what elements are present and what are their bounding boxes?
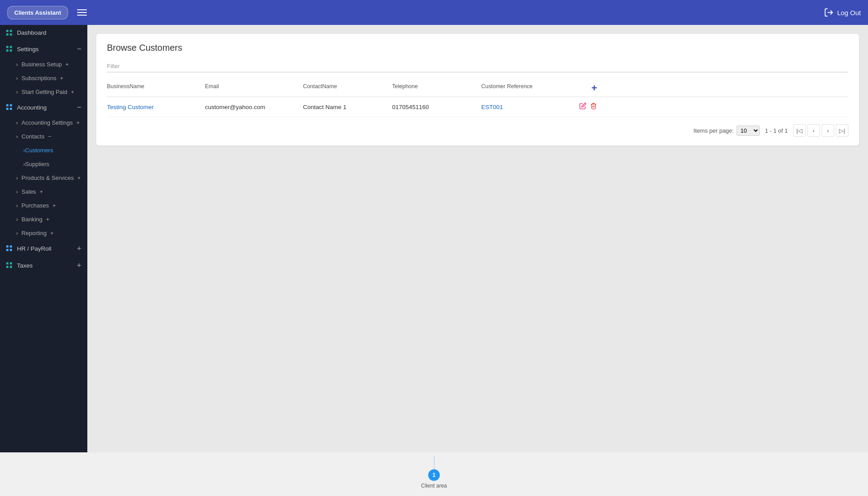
col-header-customer-reference: Customer Reference <box>481 83 570 93</box>
cell-customer-reference[interactable]: EST001 <box>481 104 570 110</box>
sidebar-item-settings[interactable]: Settings − <box>0 41 87 57</box>
sidebar-item-start-getting-paid[interactable]: › Start Getting Paid + <box>0 85 87 99</box>
settings-icon <box>6 46 12 52</box>
sidebar-item-dashboard[interactable]: Dashboard <box>0 25 87 41</box>
settings-label: Settings <box>17 46 39 53</box>
chevron-right-icon: › <box>16 230 18 236</box>
purchases-plus-btn[interactable]: + <box>53 202 56 209</box>
products-services-label: Products & Services <box>21 175 74 181</box>
accounting-settings-label: Accounting Settings <box>21 119 73 126</box>
hr-payroll-plus-btn[interactable]: + <box>77 244 81 252</box>
reporting-plus-btn[interactable]: + <box>50 230 54 236</box>
col-header-email: Email <box>205 83 303 93</box>
suppliers-label: Suppliers <box>25 161 49 167</box>
accounting-settings-plus-btn[interactable]: + <box>76 119 80 126</box>
start-getting-paid-label: Start Getting Paid <box>21 89 67 95</box>
hamburger-line-1 <box>77 9 87 10</box>
chevron-right-icon: › <box>16 216 18 223</box>
sidebar-item-purchases[interactable]: › Purchases + <box>0 199 87 212</box>
cell-telephone: 01705451160 <box>392 104 481 110</box>
edit-customer-button[interactable] <box>579 102 586 111</box>
last-page-button[interactable]: ▷| <box>836 124 848 137</box>
chevron-right-icon: › <box>16 133 18 140</box>
settings-collapse-btn[interactable]: − <box>77 45 81 53</box>
sidebar-item-banking[interactable]: › Banking + <box>0 212 87 226</box>
sidebar-item-reporting[interactable]: › Reporting + <box>0 226 87 240</box>
accounting-label: Accounting <box>17 104 47 111</box>
dashboard-icon <box>6 30 12 36</box>
col-header-telephone: Telephone <box>392 83 481 93</box>
taxes-plus-btn[interactable]: + <box>77 261 81 269</box>
hr-icon <box>6 245 12 252</box>
banking-plus-btn[interactable]: + <box>46 216 49 223</box>
pagination-row: Items per page: 10 25 50 100 1 - 1 of 1 … <box>107 124 848 137</box>
content-area: Browse Customers Filter BusinessName Ema… <box>87 25 868 452</box>
browse-customers-card: Browse Customers Filter BusinessName Ema… <box>96 34 859 146</box>
accounting-icon <box>6 104 12 110</box>
sidebar-item-accounting-settings[interactable]: › Accounting Settings + <box>0 116 87 130</box>
delete-icon <box>590 102 597 110</box>
hamburger-line-2 <box>77 12 87 13</box>
hr-payroll-label: HR / PayRoll <box>17 245 51 252</box>
filter-row: Filter <box>107 62 848 73</box>
page-info: 1 - 1 of 1 <box>765 127 788 134</box>
sidebar-item-accounting[interactable]: Accounting − <box>0 99 87 116</box>
cell-contact-name: Contact Name 1 <box>303 104 392 110</box>
sidebar-item-sales[interactable]: › Sales + <box>0 185 87 199</box>
filter-label: Filter <box>107 63 120 69</box>
contacts-label: Contacts <box>21 133 44 140</box>
chevron-right-icon: › <box>16 89 18 95</box>
taxes-icon <box>6 262 12 268</box>
chevron-right-icon: › <box>16 175 18 181</box>
sidebar-item-customers[interactable]: › Customers <box>0 143 87 157</box>
page-nav: |◁ ‹ › ▷| <box>793 124 848 137</box>
business-setup-label: Business Setup <box>21 61 61 68</box>
sidebar-item-business-setup[interactable]: › Business Setup + <box>0 57 87 71</box>
customers-table: BusinessName Email ContactName Telephone… <box>107 80 848 117</box>
prev-page-button[interactable]: ‹ <box>807 124 820 137</box>
logo-badge: Clients Assistant <box>7 6 68 20</box>
bottom-area: 1 Client area <box>0 452 868 496</box>
banking-label: Banking <box>21 216 42 223</box>
accounting-collapse-btn[interactable]: − <box>77 103 81 111</box>
top-nav-left: Clients Assistant <box>7 6 89 20</box>
business-setup-plus-btn[interactable]: + <box>66 61 69 68</box>
next-page-button[interactable]: › <box>822 124 834 137</box>
sidebar-item-taxes[interactable]: Taxes + <box>0 257 87 274</box>
tooltip-text: Client area <box>421 483 447 489</box>
logout-icon <box>824 8 834 17</box>
products-services-plus-btn[interactable]: + <box>77 175 81 181</box>
contacts-collapse-btn[interactable]: − <box>48 133 52 140</box>
chevron-right-icon: › <box>16 75 18 81</box>
page-title: Browse Customers <box>107 43 848 53</box>
start-getting-paid-plus-btn[interactable]: + <box>71 89 74 95</box>
hamburger-button[interactable] <box>75 8 89 17</box>
tooltip-badge: 1 <box>428 469 440 481</box>
cell-actions <box>570 102 597 111</box>
add-customer-button[interactable]: + <box>591 83 597 93</box>
sidebar: Dashboard Settings − › Business Setup + … <box>0 25 87 452</box>
sidebar-item-contacts[interactable]: › Contacts − <box>0 130 87 143</box>
table-header-action: + <box>570 83 597 93</box>
first-page-button[interactable]: |◁ <box>793 124 806 137</box>
items-per-page-select[interactable]: 10 25 50 100 <box>737 126 760 136</box>
hamburger-line-3 <box>77 15 87 16</box>
col-header-contact-name: ContactName <box>303 83 392 93</box>
subscriptions-plus-btn[interactable]: + <box>60 75 63 81</box>
taxes-label: Taxes <box>17 262 33 269</box>
top-nav: Clients Assistant Log Out <box>0 0 868 25</box>
dashboard-label: Dashboard <box>17 29 46 36</box>
customers-label: Customers <box>25 147 53 154</box>
col-header-business-name: BusinessName <box>107 83 205 93</box>
sales-plus-btn[interactable]: + <box>40 188 43 195</box>
sidebar-item-subscriptions[interactable]: › Subscriptions + <box>0 71 87 85</box>
chevron-right-icon: › <box>16 188 18 195</box>
delete-customer-button[interactable] <box>590 102 597 111</box>
sidebar-item-hr-payroll[interactable]: HR / PayRoll + <box>0 240 87 257</box>
sidebar-item-products-services[interactable]: › Products & Services + <box>0 171 87 185</box>
sidebar-item-suppliers[interactable]: › Suppliers <box>0 157 87 171</box>
logout-label: Log Out <box>837 9 861 16</box>
logout-button[interactable]: Log Out <box>824 8 861 17</box>
cell-business-name[interactable]: Testing Customer <box>107 104 205 110</box>
chevron-right-icon: › <box>16 202 18 209</box>
